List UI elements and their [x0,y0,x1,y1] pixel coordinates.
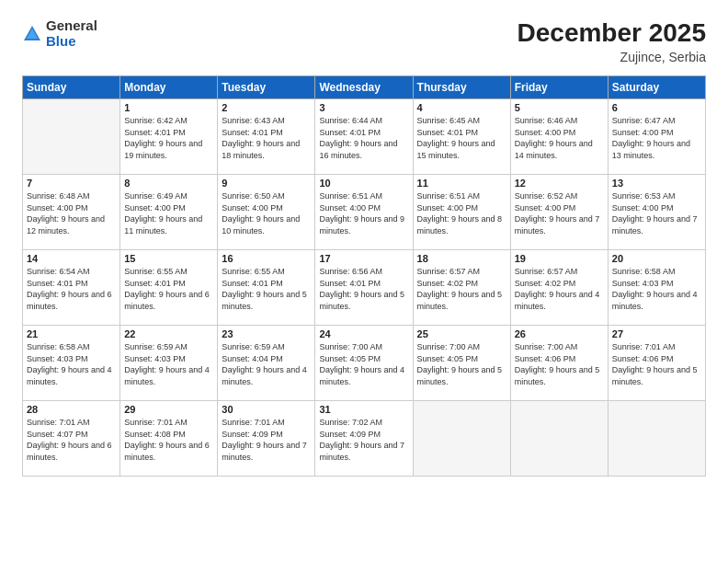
calendar-cell: 25Sunrise: 7:00 AMSunset: 4:05 PMDayligh… [413,326,510,401]
calendar-cell: 5Sunrise: 6:46 AMSunset: 4:00 PMDaylight… [510,99,608,175]
calendar-cell [413,401,510,477]
day-details: Sunrise: 6:45 AMSunset: 4:01 PMDaylight:… [417,115,506,161]
calendar-cell: 18Sunrise: 6:57 AMSunset: 4:02 PMDayligh… [413,250,510,326]
day-number: 25 [417,328,506,339]
day-details: Sunrise: 6:55 AMSunset: 4:01 PMDaylight:… [222,266,311,312]
week-row-3: 14Sunrise: 6:54 AMSunset: 4:01 PMDayligh… [23,250,706,326]
day-details: Sunrise: 7:00 AMSunset: 4:05 PMDaylight:… [417,341,506,387]
calendar-cell: 3Sunrise: 6:44 AMSunset: 4:01 PMDaylight… [315,99,413,175]
day-number: 22 [124,328,213,339]
day-details: Sunrise: 6:57 AMSunset: 4:02 PMDaylight:… [515,266,604,312]
day-number: 20 [612,253,701,264]
day-details: Sunrise: 6:55 AMSunset: 4:01 PMDaylight:… [124,266,213,312]
day-number: 10 [319,178,408,189]
day-details: Sunrise: 6:50 AMSunset: 4:00 PMDaylight:… [222,190,311,236]
header: General Blue December 2025 Zujince, Serb… [22,18,706,64]
page: General Blue December 2025 Zujince, Serb… [0,0,728,563]
day-number: 3 [319,102,408,113]
calendar-cell: 30Sunrise: 7:01 AMSunset: 4:09 PMDayligh… [218,401,315,477]
calendar-cell: 28Sunrise: 7:01 AMSunset: 4:07 PMDayligh… [23,401,120,477]
calendar-cell: 22Sunrise: 6:59 AMSunset: 4:03 PMDayligh… [120,326,218,401]
day-details: Sunrise: 6:57 AMSunset: 4:02 PMDaylight:… [417,266,506,312]
day-number: 1 [124,102,213,113]
location: Zujince, Serbia [518,50,706,64]
logo-text: General Blue [46,18,97,49]
day-details: Sunrise: 6:56 AMSunset: 4:01 PMDaylight:… [319,266,408,312]
calendar-cell [510,401,608,477]
day-number: 4 [417,102,506,113]
day-details: Sunrise: 7:00 AMSunset: 4:05 PMDaylight:… [319,341,408,387]
calendar-cell [23,99,120,175]
day-details: Sunrise: 6:48 AMSunset: 4:00 PMDaylight:… [27,190,116,236]
calendar-cell: 11Sunrise: 6:51 AMSunset: 4:00 PMDayligh… [413,175,510,250]
calendar-cell: 31Sunrise: 7:02 AMSunset: 4:09 PMDayligh… [315,401,413,477]
day-details: Sunrise: 6:52 AMSunset: 4:00 PMDaylight:… [515,190,604,236]
day-number: 31 [319,404,408,415]
day-details: Sunrise: 6:59 AMSunset: 4:04 PMDaylight:… [222,341,311,387]
day-details: Sunrise: 6:54 AMSunset: 4:01 PMDaylight:… [27,266,116,312]
day-details: Sunrise: 7:01 AMSunset: 4:06 PMDaylight:… [612,341,701,387]
col-friday: Friday [510,76,608,99]
day-details: Sunrise: 7:01 AMSunset: 4:08 PMDaylight:… [124,417,213,463]
week-row-4: 21Sunrise: 6:58 AMSunset: 4:03 PMDayligh… [23,326,706,401]
day-number: 8 [124,178,213,189]
calendar-cell: 1Sunrise: 6:42 AMSunset: 4:01 PMDaylight… [120,99,218,175]
calendar-cell: 19Sunrise: 6:57 AMSunset: 4:02 PMDayligh… [510,250,608,326]
col-wednesday: Wednesday [315,76,413,99]
day-details: Sunrise: 6:51 AMSunset: 4:00 PMDaylight:… [319,190,408,236]
calendar-cell: 4Sunrise: 6:45 AMSunset: 4:01 PMDaylight… [413,99,510,175]
day-number: 24 [319,328,408,339]
day-number: 23 [222,328,311,339]
day-number: 14 [27,253,116,264]
day-details: Sunrise: 6:43 AMSunset: 4:01 PMDaylight:… [222,115,311,161]
col-thursday: Thursday [413,76,510,99]
calendar-cell: 2Sunrise: 6:43 AMSunset: 4:01 PMDaylight… [218,99,315,175]
calendar-cell: 14Sunrise: 6:54 AMSunset: 4:01 PMDayligh… [23,250,120,326]
day-number: 12 [515,178,604,189]
calendar-cell: 13Sunrise: 6:53 AMSunset: 4:00 PMDayligh… [608,175,705,250]
calendar-cell: 12Sunrise: 6:52 AMSunset: 4:00 PMDayligh… [510,175,608,250]
calendar-cell: 15Sunrise: 6:55 AMSunset: 4:01 PMDayligh… [120,250,218,326]
day-number: 29 [124,404,213,415]
week-row-1: 1Sunrise: 6:42 AMSunset: 4:01 PMDaylight… [23,99,706,175]
day-number: 28 [27,404,116,415]
logo-blue: Blue [46,33,76,49]
day-number: 6 [612,102,701,113]
day-number: 21 [27,328,116,339]
day-number: 2 [222,102,311,113]
calendar-cell: 9Sunrise: 6:50 AMSunset: 4:00 PMDaylight… [218,175,315,250]
day-details: Sunrise: 7:01 AMSunset: 4:09 PMDaylight:… [222,417,311,463]
calendar-cell: 21Sunrise: 6:58 AMSunset: 4:03 PMDayligh… [23,326,120,401]
month-year: December 2025 [518,18,706,48]
calendar-cell: 8Sunrise: 6:49 AMSunset: 4:00 PMDaylight… [120,175,218,250]
day-number: 9 [222,178,311,189]
calendar-cell: 27Sunrise: 7:01 AMSunset: 4:06 PMDayligh… [608,326,705,401]
day-number: 13 [612,178,701,189]
day-details: Sunrise: 6:53 AMSunset: 4:00 PMDaylight:… [612,190,701,236]
day-details: Sunrise: 6:47 AMSunset: 4:00 PMDaylight:… [612,115,701,161]
day-number: 19 [515,253,604,264]
calendar-cell [608,401,705,477]
logo: General Blue [22,18,97,49]
day-details: Sunrise: 6:46 AMSunset: 4:00 PMDaylight:… [515,115,604,161]
day-details: Sunrise: 6:44 AMSunset: 4:01 PMDaylight:… [319,115,408,161]
week-row-2: 7Sunrise: 6:48 AMSunset: 4:00 PMDaylight… [23,175,706,250]
week-row-5: 28Sunrise: 7:01 AMSunset: 4:07 PMDayligh… [23,401,706,477]
day-number: 16 [222,253,311,264]
col-monday: Monday [120,76,218,99]
calendar-cell: 7Sunrise: 6:48 AMSunset: 4:00 PMDaylight… [23,175,120,250]
calendar-cell: 26Sunrise: 7:00 AMSunset: 4:06 PMDayligh… [510,326,608,401]
calendar-cell: 29Sunrise: 7:01 AMSunset: 4:08 PMDayligh… [120,401,218,477]
day-number: 27 [612,328,701,339]
day-details: Sunrise: 6:59 AMSunset: 4:03 PMDaylight:… [124,341,213,387]
title-block: December 2025 Zujince, Serbia [518,18,706,64]
day-details: Sunrise: 6:58 AMSunset: 4:03 PMDaylight:… [612,266,701,312]
day-number: 30 [222,404,311,415]
day-number: 11 [417,178,506,189]
calendar: Sunday Monday Tuesday Wednesday Thursday… [22,75,706,477]
calendar-cell: 23Sunrise: 6:59 AMSunset: 4:04 PMDayligh… [218,326,315,401]
calendar-cell: 6Sunrise: 6:47 AMSunset: 4:00 PMDaylight… [608,99,705,175]
calendar-cell: 17Sunrise: 6:56 AMSunset: 4:01 PMDayligh… [315,250,413,326]
day-details: Sunrise: 7:02 AMSunset: 4:09 PMDaylight:… [319,417,408,463]
col-sunday: Sunday [23,76,120,99]
